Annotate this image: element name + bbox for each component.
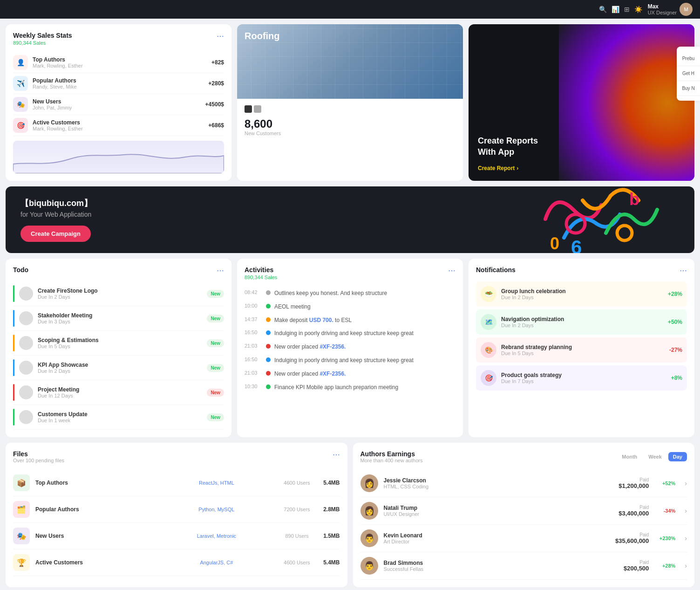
todo-item: Project Meeting Due In 12 Days New	[13, 380, 224, 405]
chart-icon[interactable]: 📊	[612, 6, 619, 13]
activity-link[interactable]: #XF-2356.	[319, 343, 346, 350]
activities-subtitle: 890,344 Sales	[245, 274, 277, 280]
side-panel-item-geth[interactable]: Get H	[677, 66, 700, 81]
file-tags: Laravel, Metronic	[158, 533, 275, 539]
activity-item: 08:42 Outlines keep you honest. And keep…	[245, 287, 455, 300]
activity-text: AEOL meeting	[274, 303, 311, 311]
author-arrow-icon[interactable]: ›	[685, 480, 687, 487]
svg-point-1	[617, 226, 632, 240]
author-paid-label: Paid	[624, 560, 649, 565]
file-name: Top Authors	[35, 480, 152, 486]
files-menu-icon[interactable]: ⋯	[333, 450, 340, 459]
user-info: Max UX Designer M	[648, 3, 693, 16]
side-panel: Prebu Get H Buy N	[677, 47, 700, 101]
author-arrow-icon[interactable]: ›	[685, 535, 687, 542]
todo-badge: New	[207, 339, 224, 347]
todo-item: Create FireStone Logo Due In 2 Days New	[13, 281, 224, 306]
todo-info: Stakeholder Meeting Due In 3 Days	[38, 312, 202, 324]
authors-earnings-subtitle: More than 400 new authors	[360, 458, 423, 463]
todo-due: Due In 3 Days	[38, 319, 202, 324]
file-icon: 🎭	[13, 528, 30, 544]
tab-week[interactable]: Week	[644, 452, 666, 461]
todo-item: Scoping & Estimations Due In 5 Days New	[13, 331, 224, 356]
roofing-title: Roofing	[245, 31, 280, 41]
avatar[interactable]: M	[680, 3, 693, 16]
activity-dot	[266, 344, 271, 349]
author-info: Kevin Leonard Art Director	[384, 532, 610, 544]
activity-link[interactable]: USD 700.	[309, 317, 333, 323]
author-info: Brad Simmons Successful Fellas	[384, 560, 618, 572]
activity-time: 16:50	[245, 357, 262, 362]
author-amount: $200,500	[624, 565, 649, 572]
weekly-sales-title: Weekly Sales Stats	[13, 32, 72, 39]
author-arrow-icon[interactable]: ›	[685, 507, 687, 515]
reports-title: Create ReportsWith App	[478, 136, 685, 158]
author-avatar: 👨	[360, 557, 378, 575]
file-name: Active Customers	[35, 559, 152, 566]
todo-bar	[13, 310, 14, 327]
todo-name: Project Meeting	[38, 386, 202, 393]
todo-avatar	[19, 385, 33, 399]
mini-sq-1	[245, 105, 252, 113]
file-tags: ReactJs, HTML	[158, 480, 275, 486]
stat-info: Active Customers Mark, Rowling, Esther	[33, 119, 204, 131]
search-icon[interactable]: 🔍	[599, 6, 607, 13]
weekly-sales-menu-icon[interactable]: ⋯	[217, 32, 224, 41]
todo-title: Todo	[13, 266, 28, 274]
todo-due: Due In 12 Days	[38, 393, 202, 398]
activity-time: 16:50	[245, 329, 262, 335]
todo-bar	[13, 409, 14, 425]
todo-avatar	[19, 311, 33, 325]
activity-item: 16:50 Indulging in poorly driving and ke…	[245, 354, 455, 367]
file-size: 5.4MB	[319, 480, 340, 486]
file-icon: 🏆	[13, 554, 30, 571]
author-change: -34%	[654, 508, 675, 514]
author-item: 👨 Brad Simmons Successful Fellas Paid $2…	[360, 552, 687, 580]
notification-item: 🎨 Rebrand strategy planning Due In 5 Day…	[476, 337, 687, 363]
notif-value: +28%	[668, 291, 682, 297]
notifications-menu-icon[interactable]: ⋯	[680, 266, 687, 275]
notif-name: Navigation optimization	[501, 316, 663, 322]
authors-earnings-card: Authors Earnings More than 400 new autho…	[353, 443, 695, 587]
authors-earnings-header: Authors Earnings More than 400 new autho…	[360, 450, 687, 463]
campaign-text: 【biqubiqu.com】 for Your Web Application …	[20, 198, 92, 242]
author-name: Brad Simmons	[384, 560, 618, 566]
file-item: 📦 Top Authors ReactJs, HTML 4600 Users 5…	[13, 470, 340, 496]
activity-link[interactable]: #XF-2356.	[319, 370, 346, 377]
todo-due: Due In 2 Days	[38, 294, 202, 300]
side-panel-item-prebu[interactable]: Prebu	[677, 51, 700, 66]
create-report-button[interactable]: Create Report ›	[478, 165, 685, 172]
tab-month[interactable]: Month	[617, 452, 642, 461]
customers-label: New Customers	[245, 130, 455, 136]
todo-badge: New	[207, 413, 224, 421]
todo-badge: New	[207, 315, 224, 322]
stat-icon: 🎭	[13, 97, 28, 112]
activity-dot	[266, 317, 271, 322]
author-item: 👩 Jessie Clarcson HTML, CSS Coding Paid …	[360, 470, 687, 497]
side-panel-item-buyn[interactable]: Buy N	[677, 81, 700, 96]
author-arrow-icon[interactable]: ›	[685, 562, 687, 569]
svg-text:0: 0	[550, 234, 559, 253]
activity-time: 10:30	[245, 384, 262, 389]
activity-time: 21:03	[245, 370, 262, 376]
activity-item: 21:03 New order placed #XF-2356.	[245, 367, 455, 381]
theme-icon[interactable]: ☀️	[634, 6, 642, 13]
todo-menu-icon[interactable]: ⋯	[217, 266, 224, 275]
user-role: UX Designer	[648, 10, 677, 15]
todo-bar	[13, 384, 14, 401]
author-change: +52%	[654, 480, 675, 486]
tab-day[interactable]: Day	[668, 452, 687, 461]
files-header: Files Over 100 pending files ⋯	[13, 450, 340, 463]
file-size: 5.4MB	[319, 559, 340, 566]
grid-icon[interactable]: ⊞	[624, 6, 630, 13]
create-campaign-button[interactable]: Create Campaign	[20, 226, 91, 242]
todo-avatar	[19, 336, 33, 350]
activities-menu-icon[interactable]: ⋯	[448, 266, 455, 275]
todo-avatar	[19, 361, 33, 375]
activity-time: 08:42	[245, 289, 262, 295]
notifications-title: Notifications	[476, 266, 516, 274]
todo-name: Stakeholder Meeting	[38, 312, 202, 319]
author-role: HTML, CSS Coding	[384, 484, 613, 489]
activity-item: 14:37 Make deposit USD 700. to ESL	[245, 314, 455, 327]
row-4: Files Over 100 pending files ⋯ 📦 Top Aut…	[6, 443, 694, 587]
